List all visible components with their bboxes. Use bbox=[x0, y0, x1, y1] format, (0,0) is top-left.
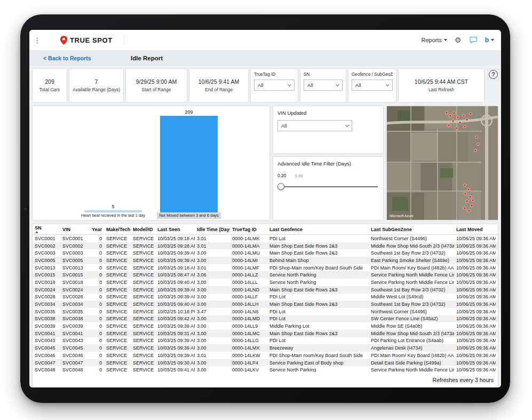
map-image[interactable]: Microsoft Azure bbox=[387, 106, 498, 220]
col-header-year[interactable]: Year bbox=[89, 227, 104, 232]
reports-menu[interactable]: Reports bbox=[422, 37, 448, 43]
table-row[interactable]: SVC0035SVC00350SERVICESERVICE10/02/25 10… bbox=[33, 308, 498, 315]
table-row[interactable]: SVC0039SVC00390SERVICESERVICE10/03/25 09… bbox=[33, 322, 498, 330]
cell-sn: SVC0003 bbox=[33, 250, 60, 256]
menu-dots-icon[interactable]: ⋮ bbox=[34, 36, 41, 44]
cell-make-tech: SERVICE bbox=[104, 258, 131, 263]
bar-not-moved-between-3-and-6-days[interactable]: 209 bbox=[160, 109, 218, 212]
col-header-vin[interactable]: VIN bbox=[60, 227, 89, 232]
col-header-last-moved[interactable]: Last Moved bbox=[454, 227, 496, 232]
cell-last-moved: 10/06/25 09:36 AM bbox=[454, 265, 496, 271]
truetag-id-dropdown[interactable]: All bbox=[254, 80, 295, 91]
cell-last-geofence: PDI Lot bbox=[267, 294, 369, 299]
col-header-idle-time-days[interactable]: Idle Time (Days) bbox=[195, 227, 230, 232]
cell-last-seen: 10/03/25 09:31 AM bbox=[155, 331, 195, 336]
cell-year: 0 bbox=[89, 302, 104, 307]
idle-time-filter-panel: Advanced Idle Time Filter (Days) 0.20 5.… bbox=[273, 157, 383, 220]
bar-value-label: 5 bbox=[112, 204, 114, 209]
cell-model-id: SERVICE bbox=[131, 331, 155, 336]
col-header-sn[interactable]: SN bbox=[33, 226, 60, 233]
cell-last-moved: 10/06/25 09:36 AM bbox=[454, 353, 496, 358]
cell-model-id: SERVICE bbox=[131, 280, 155, 285]
table-row[interactable]: SVC0013SVC00130SERVICESERVICE10/03/25 09… bbox=[33, 264, 498, 272]
cell-year: 0 bbox=[89, 353, 104, 358]
cell-make-tech: SERVICE bbox=[104, 243, 131, 249]
cell-truetag-id: 0000-14LMU bbox=[230, 250, 267, 256]
idle-table: SNVINYearMake/TechModel/IDLast SeenIdle … bbox=[33, 224, 498, 372]
sn-dropdown[interactable]: All bbox=[304, 80, 343, 91]
table-row[interactable]: SVC0041SVC00410SERVICESERVICE10/03/25 09… bbox=[33, 330, 498, 337]
user-menu[interactable]: b bbox=[485, 36, 494, 44]
cell-truetag-id: 0000-14LLL bbox=[230, 280, 267, 285]
table-row[interactable]: SVC0047SVC00470SERVICESERVICE10/03/25 09… bbox=[33, 359, 498, 367]
table-row[interactable]: SVC0034SVC00340SERVICESERVICE10/03/25 09… bbox=[33, 300, 498, 308]
geofence-subgeozone-dropdown[interactable]: All bbox=[352, 80, 393, 91]
back-to-reports-link[interactable]: < Back to Reports bbox=[43, 55, 91, 61]
col-header-make-tech[interactable]: Make/Tech bbox=[104, 227, 131, 232]
cell-last-subgeozone: Angelenas Desk (I4734) bbox=[369, 345, 454, 351]
bar-rect[interactable] bbox=[160, 116, 218, 212]
table-row[interactable]: SVC0015SVC00150SERVICESERVICE10/03/25 08… bbox=[33, 271, 498, 279]
col-header-last-subgeozone[interactable]: Last SubGeoZone bbox=[369, 227, 454, 232]
cell-truetag-id: 0000-14LMD bbox=[230, 316, 267, 321]
filter-label: Geofence / SubGeoZone bbox=[352, 72, 393, 77]
idle-filter-slider-handle[interactable] bbox=[277, 183, 284, 190]
cell-year: 0 bbox=[89, 338, 104, 343]
cell-last-moved: 10/06/25 09:36 AM bbox=[454, 302, 496, 307]
table-row[interactable]: SVC0002SVC00020SERVICESERVICE10/03/25 09… bbox=[33, 242, 498, 250]
last-refresh-value: 10/6/25 9:44 AM CST bbox=[415, 78, 468, 85]
last-refresh-card: 10/6/25 9:44 AM CST Last Refresh bbox=[399, 69, 484, 102]
tablet-frame: ⋮ TRUE SPOT Reports ⚙ b bbox=[20, 14, 510, 403]
settings-gear-icon[interactable]: ⚙ bbox=[455, 36, 462, 44]
report-canvas: 209Total Cars7Available Range (Days)9/29… bbox=[29, 66, 501, 387]
table-row[interactable]: SVC0048SVC00480SERVICESERVICE10/03/25 09… bbox=[33, 366, 498, 372]
chat-icon[interactable] bbox=[469, 36, 478, 44]
cell-last-moved: 10/06/25 09:36 AM bbox=[454, 287, 496, 292]
table-row[interactable]: SVC0001SVC00010SERVICESERVICE10/03/25 09… bbox=[33, 235, 498, 242]
sort-asc-icon bbox=[35, 231, 38, 233]
vin-updated-dropdown[interactable]: All bbox=[277, 120, 352, 131]
table-row[interactable]: SVC0043SVC00430SERVICESERVICE10/03/25 09… bbox=[33, 337, 498, 345]
cell-idle-time-days: 3.00 bbox=[195, 302, 230, 307]
cell-last-seen: 10/03/25 09:28 AM bbox=[155, 243, 195, 249]
table-row[interactable]: SVC0028SVC00280SERVICESERVICE10/03/25 09… bbox=[33, 294, 498, 301]
dropdown-value: All bbox=[258, 82, 264, 88]
col-header-last-seen[interactable]: Last Seen bbox=[155, 227, 195, 232]
table-row[interactable]: SVC0024SVC00240SERVICESERVICE10/03/25 09… bbox=[33, 286, 498, 294]
cell-truetag-id: 0000-14LLH bbox=[230, 302, 267, 307]
cell-sn: SVC0005 bbox=[33, 258, 60, 263]
cell-last-moved: 10/06/25 09:36 AM bbox=[454, 331, 496, 336]
cell-last-seen: 10/03/25 09:39 AM bbox=[155, 258, 195, 263]
stat-value: 209 bbox=[45, 78, 54, 85]
idle-filter-slider-track[interactable] bbox=[277, 186, 378, 187]
stats-row: 209Total Cars7Available Range (Days)9/29… bbox=[33, 69, 498, 102]
cell-last-geofence: Main Shop East Side Rows 2&3 bbox=[267, 287, 369, 292]
help-icon[interactable]: ? bbox=[489, 70, 498, 79]
bar-heart-beat-recieved-in-the-last-1-day[interactable]: 5 bbox=[84, 204, 142, 212]
cell-truetag-id: 0000-14LLZ bbox=[230, 272, 267, 278]
cell-year: 0 bbox=[89, 360, 104, 366]
table-row[interactable]: SVC0046SVC00460SERVICESERVICE10/03/25 09… bbox=[33, 352, 498, 359]
table-row[interactable]: SVC0003SVC00030SERVICESERVICE10/03/25 09… bbox=[33, 249, 498, 257]
cell-last-moved: 10/06/25 09:36 AM bbox=[454, 294, 496, 299]
col-header-truetag-id[interactable]: TrueTag ID bbox=[230, 227, 267, 232]
table-row[interactable]: SVC0045SVC00450SERVICESERVICE10/03/25 09… bbox=[33, 344, 498, 352]
table-row[interactable]: SVC0005SVC00050SERVICESERVICE10/03/25 09… bbox=[33, 257, 498, 264]
brand-logo[interactable]: TRUE SPOT bbox=[60, 36, 113, 45]
cell-truetag-id: 0000-14LMI bbox=[230, 258, 267, 263]
cell-vin: SVC0013 bbox=[60, 265, 89, 271]
cell-model-id: SERVICE bbox=[131, 287, 155, 292]
cell-last-moved: 10/06/25 09:36 AM bbox=[454, 243, 496, 249]
cell-last-geofence: PDI Lot bbox=[267, 338, 369, 343]
cell-year: 0 bbox=[89, 323, 104, 329]
stat-label: End of Range bbox=[204, 87, 234, 92]
cell-truetag-id: 0000-14LMX bbox=[230, 345, 267, 351]
table-row[interactable]: SVC0018SVC00180SERVICESERVICE10/03/25 09… bbox=[33, 279, 498, 286]
cell-last-geofence: Service North Parking bbox=[267, 272, 369, 278]
cell-sn: SVC0043 bbox=[33, 338, 60, 343]
table-row[interactable]: SVC0038SVC00380SERVICESERVICE10/03/25 09… bbox=[33, 315, 498, 323]
col-header-last-geofence[interactable]: Last Geofence bbox=[267, 227, 369, 232]
cell-last-subgeozone: Middle Row SE (S4a0b) bbox=[369, 323, 454, 329]
cell-idle-time-days: 3.00 bbox=[195, 294, 230, 299]
col-header-model-id[interactable]: Model/ID bbox=[131, 227, 155, 232]
